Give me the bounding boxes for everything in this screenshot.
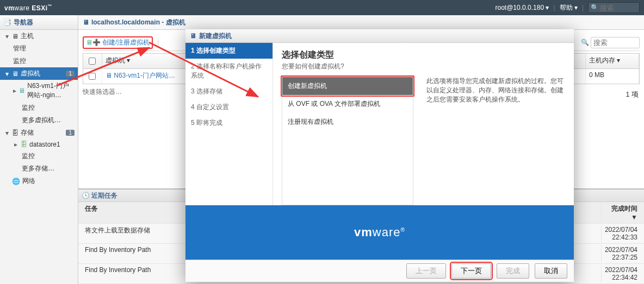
step-customize[interactable]: 4 自定义设置 — [185, 99, 273, 115]
nav-monitor[interactable]: 监控 — [0, 55, 78, 67]
create-register-vm-button[interactable]: 🖥➕ 创建/注册虚拟机 — [83, 36, 153, 49]
nav-ds1-monitor[interactable]: 监控 — [0, 150, 78, 162]
navigator-title: 导航器 — [14, 18, 33, 27]
storage-icon: 🗄 — [12, 129, 18, 137]
wizard-subheading: 您要如何创建虚拟机? — [282, 62, 565, 71]
tasks-title: 近期任务 — [91, 191, 117, 200]
vm-count-badge: 1 — [66, 71, 75, 77]
wizard-title: 新建虚拟机 — [199, 31, 232, 41]
cell-host-mem: 0 MB — [586, 69, 639, 84]
select-all-checkbox[interactable] — [89, 58, 96, 65]
vm-item-icon: 🖥 — [18, 87, 25, 94]
network-icon: 🌐 — [12, 178, 20, 185]
vm-group-icon: 🖥 — [83, 18, 89, 26]
nav-datastore1[interactable]: ▸🗄datastore1 — [0, 139, 78, 150]
wizard-brand-panel: vmvmwareware® — [185, 205, 574, 260]
user-menu[interactable]: root@10.0.0.180 ▾ — [495, 4, 549, 11]
opt-register-existing[interactable]: 注册现有虚拟机 — [282, 113, 413, 131]
option-description: 此选项将指导您完成创建新虚拟机的过程。您可以自定义处理器、内存、网络连接和存储。… — [426, 77, 565, 205]
creation-type-options: 创建新虚拟机 从 OVF 或 OVA 文件部署虚拟机 注册现有虚拟机 — [282, 77, 413, 205]
global-search-input[interactable] — [599, 3, 634, 12]
vm-search-input[interactable] — [591, 37, 640, 48]
step-select-creation-type[interactable]: 1 选择创建类型 — [185, 43, 273, 59]
step-ready[interactable]: 5 即将完成 — [185, 115, 273, 131]
vmware-logo: vmware ESXi™ — [4, 4, 52, 12]
vm-item-icon: 🖥 — [106, 72, 112, 79]
search-icon: 🔍 — [581, 39, 589, 46]
opt-create-new-vm[interactable]: 创建新虚拟机 — [282, 77, 413, 95]
item-count: 1 项 — [626, 90, 639, 99]
step-select-storage[interactable]: 3 选择存储 — [185, 84, 273, 99]
col-host-mem[interactable]: 主机内存 ▾ — [586, 54, 639, 68]
new-vm-wizard: 🖥 新建虚拟机 1 选择创建类型 2 选择名称和客户机操作系统 3 选择存储 4… — [185, 29, 574, 282]
cancel-button[interactable]: 取消 — [535, 263, 567, 279]
step-name-guest-os[interactable]: 2 选择名称和客户机操作系统 — [185, 59, 273, 84]
nav-storage[interactable]: ▾🗄存储1 — [0, 127, 78, 139]
add-icon: 🖥➕ — [86, 39, 101, 46]
col-completed[interactable]: 完成时间 ▼ — [602, 203, 641, 222]
tasks-icon: 🕓 — [82, 192, 90, 199]
host-icon: 🖥 — [12, 33, 18, 40]
opt-deploy-ovf[interactable]: 从 OVF 或 OVA 文件部署虚拟机 — [282, 95, 413, 113]
wizard-icon: 🖥 — [190, 32, 196, 40]
nav-host[interactable]: ▾🖥主机 — [0, 30, 78, 42]
datastore-icon: 🗄 — [21, 141, 27, 148]
row-checkbox[interactable] — [89, 73, 96, 80]
finish-button[interactable]: 完成 — [497, 263, 529, 279]
wizard-footer: 上一页 下一页 完成 取消 — [185, 260, 574, 282]
wizard-heading: 选择创建类型 — [282, 49, 565, 61]
search-icon: 🔍 — [591, 4, 599, 11]
nav-manage[interactable]: 管理 — [0, 42, 78, 55]
vm-icon: 🖥 — [12, 70, 18, 78]
nav-storage-more[interactable]: 更多存储… — [0, 162, 78, 175]
nav-network[interactable]: 🌐网络 — [0, 175, 78, 187]
nav-vm[interactable]: ▾🖥虚拟机1 — [0, 67, 78, 80]
nav-vm1[interactable]: ▸🖥N63-vm1-门户网站-ngin… — [0, 80, 78, 102]
breadcrumb: 🖥 localhost.localdomain - 虚拟机 — [78, 15, 644, 30]
storage-count-badge: 1 — [66, 130, 75, 136]
help-menu[interactable]: 帮助 ▾ — [560, 3, 578, 12]
global-search[interactable]: 🔍 — [588, 2, 640, 13]
next-button[interactable]: 下一页 — [451, 263, 491, 279]
back-button[interactable]: 上一页 — [406, 263, 446, 279]
nav-vm-more[interactable]: 更多虚拟机… — [0, 114, 78, 127]
navigator-icon: 📑 — [3, 18, 11, 26]
navigator-panel: 📑 导航器 ▾🖥主机 管理 监控 ▾🖥虚拟机1 ▸🖥N63-vm1-门户网站-n… — [0, 15, 78, 284]
top-bar: vmware ESXi™ root@10.0.0.180 ▾ | 帮助 ▾ | … — [0, 0, 644, 15]
wizard-steps: 1 选择创建类型 2 选择名称和客户机操作系统 3 选择存储 4 自定义设置 5… — [185, 43, 273, 205]
nav-vm1-monitor[interactable]: 监控 — [0, 102, 78, 114]
